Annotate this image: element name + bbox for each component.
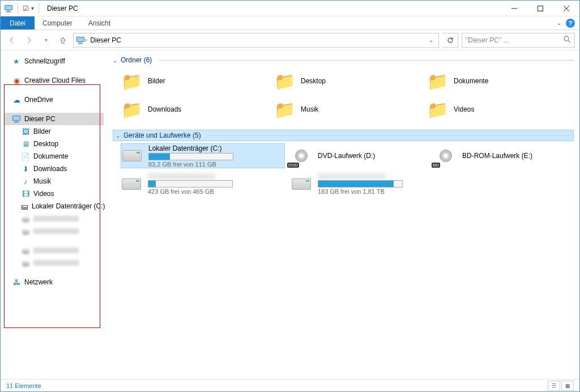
group-folders: ⌄ Ordner (6) 📁Bilder 📁Desktop 📁Dokumente… (113, 54, 574, 130)
drive-icon: 🖴 (21, 246, 30, 255)
nav-child-desktop[interactable]: 🖥Desktop (4, 138, 104, 150)
svg-point-12 (564, 36, 569, 41)
bd-drive-icon: BD (435, 145, 457, 167)
recent-dropdown[interactable]: ▾ (39, 33, 53, 47)
maximize-button[interactable] (527, 1, 553, 16)
group-header-drives[interactable]: ⌄ Geräte und Laufwerke (5) (113, 130, 574, 141)
nav-label: Lokaler Datenträger (C:) (32, 202, 105, 210)
address-bar[interactable]: › Dieser PC ⌄ (73, 33, 439, 48)
folder-desktop[interactable]: 📁Desktop (274, 69, 421, 93)
folder-musik[interactable]: 📁Musik (274, 97, 421, 122)
drive-hidden-2[interactable]: 183 GB frei von 1,81 TB (291, 172, 429, 197)
star-icon: ★ (12, 57, 21, 66)
nav-label: Schnellzugriff (24, 57, 65, 65)
folder-bilder[interactable]: 📁Bilder (121, 69, 268, 93)
downloads-icon: ⬇ (21, 164, 30, 173)
folder-icon: 📁 (121, 99, 142, 120)
drive-dvd-d[interactable]: DVD DVD-Laufwerk (D:) (291, 143, 429, 168)
refresh-button[interactable] (442, 33, 458, 48)
breadcrumb[interactable]: Dieser PC (87, 36, 125, 44)
nav-quick-access[interactable]: ★Schnellzugriff (4, 55, 104, 67)
nav-child-hidden[interactable]: 🖴 (4, 212, 104, 225)
nav-label: Bilder (33, 127, 51, 135)
nav-this-pc[interactable]: Dieser PC (4, 113, 104, 125)
tab-view[interactable]: Ansicht (80, 16, 118, 29)
group-header-label: Ordner (6) (121, 56, 152, 64)
forward-button[interactable] (22, 33, 36, 47)
network-icon: 🖧 (12, 278, 21, 287)
svg-rect-9 (77, 37, 84, 41)
drive-icon: 🖴 (21, 227, 30, 236)
svg-rect-15 (13, 116, 20, 120)
nav-network[interactable]: 🖧Netzwerk (4, 276, 104, 288)
nav-creative-cloud[interactable]: ◉Creative Cloud Files (4, 74, 104, 87)
nav-child-hidden[interactable]: 🖴 (4, 244, 104, 257)
folder-label: Desktop (301, 77, 326, 85)
folder-icon: 📁 (427, 70, 448, 92)
drive-icon: 🖴 (21, 258, 30, 267)
nav-label: Dokumente (33, 152, 68, 160)
nav-child-videos[interactable]: 🎞Videos (4, 188, 104, 200)
svg-rect-10 (79, 42, 82, 44)
view-tiles-button[interactable]: ▦ (561, 381, 574, 391)
folder-icon: 📁 (274, 70, 295, 92)
folder-label: Dokumente (454, 77, 488, 85)
svg-rect-11 (78, 43, 83, 44)
folder-label: Musik (301, 105, 318, 113)
window-controls (501, 1, 579, 16)
ribbon-expand-icon[interactable]: ⌄ (557, 20, 561, 26)
address-pc-icon (76, 36, 85, 45)
folder-icon: 📁 (427, 99, 448, 120)
close-button[interactable] (553, 1, 579, 16)
nav-child-downloads[interactable]: ⬇Downloads (4, 163, 104, 175)
folder-videos[interactable]: 📁Videos (427, 97, 574, 122)
view-details-button[interactable]: ☰ (548, 381, 560, 391)
cc-icon: ◉ (12, 76, 21, 85)
help-icon[interactable]: ? (566, 19, 575, 28)
folder-label: Videos (454, 105, 474, 113)
nav-child-hidden[interactable]: 🖴 (4, 257, 104, 269)
nav-child-hidden[interactable]: 🖴 (4, 225, 104, 237)
qat-properties-icon[interactable]: ☑ (23, 5, 29, 12)
cloud-icon: ☁ (12, 95, 21, 104)
folder-dokumente[interactable]: 📁Dokumente (427, 69, 574, 93)
documents-icon: 📄 (21, 152, 30, 161)
svg-rect-5 (538, 6, 543, 11)
svg-line-13 (568, 40, 570, 42)
window-title: Dieser PC (41, 5, 78, 12)
drive-label: BD-ROM-Laufwerk (E:) (462, 152, 532, 160)
up-button[interactable] (56, 33, 70, 47)
pictures-icon: 🖼 (21, 127, 30, 136)
nav-child-dokumente[interactable]: 📄Dokumente (4, 150, 104, 163)
tab-file[interactable]: Datei (1, 16, 35, 29)
nav-label: OneDrive (24, 96, 53, 104)
nav-label: Creative Cloud Files (24, 76, 86, 84)
pc-icon (12, 114, 21, 123)
capacity-bar (148, 180, 233, 188)
group-header-folders[interactable]: ⌄ Ordner (6) (113, 54, 574, 66)
back-button[interactable] (5, 33, 19, 47)
svg-rect-3 (6, 11, 11, 12)
drive-bd-e[interactable]: BD BD-ROM-Laufwerk (E:) (435, 143, 574, 168)
hdd-icon (121, 173, 142, 195)
qat-dropdown-icon[interactable]: ▾ (31, 5, 34, 11)
svg-rect-17 (14, 122, 19, 123)
tab-computer[interactable]: Computer (35, 16, 80, 29)
nav-label: Netzwerk (24, 278, 53, 286)
address-history-dropdown[interactable]: ⌄ (425, 34, 437, 46)
nav-child-local-c[interactable]: 🖴Lokaler Datenträger (C:) (4, 200, 104, 212)
drive-hidden-1[interactable]: 423 GB frei von 465 GB (121, 172, 285, 197)
nav-label: Downloads (33, 165, 67, 173)
nav-onedrive[interactable]: ☁OneDrive (4, 93, 104, 106)
drive-label: Lokaler Datenträger (C:) (148, 144, 233, 152)
nav-child-musik[interactable]: ♪Musik (4, 175, 104, 188)
nav-label: Musik (33, 177, 51, 185)
drive-local-c[interactable]: Lokaler Datenträger (C:) 83,2 GB frei vo… (121, 143, 285, 168)
folder-downloads[interactable]: 📁Downloads (121, 97, 268, 122)
status-item-count: 11 Elemente (6, 382, 41, 389)
nav-child-bilder[interactable]: 🖼Bilder (4, 125, 104, 138)
minimize-button[interactable] (501, 1, 527, 16)
search-input[interactable]: "Dieser PC" ... (462, 33, 575, 48)
chevron-down-icon: ⌄ (113, 57, 117, 63)
music-icon: ♪ (21, 177, 30, 186)
